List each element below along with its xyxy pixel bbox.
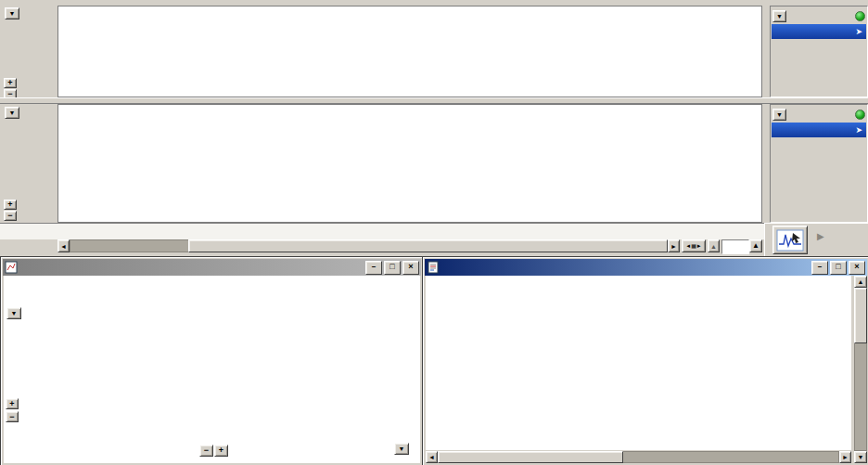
scroll-left-button[interactable]: ◄ [426,451,438,463]
poincare-xscale-minus-button[interactable]: − [199,445,213,457]
report-window-icon [427,261,440,274]
channel4-title-bar[interactable]: ➤ [772,123,866,137]
channel4-plot-area[interactable] [57,104,762,223]
arrow-left-icon: ◄ [60,243,67,250]
poincare-xaxis-dropdown[interactable]: ▼ [394,443,409,455]
scope-view-button[interactable] [772,226,808,254]
report-client [426,276,851,450]
channel4-scale-plus-button[interactable]: + [4,200,17,210]
chevron-down-icon: ▼ [9,10,16,17]
arrow-down-icon: ▼ [858,454,864,460]
close-icon[interactable]: × [849,261,865,275]
channel4-status-led-icon [855,110,865,120]
poincare-plot-window: – □ × ▼ + − − + ▼ [0,256,424,465]
maximize-icon[interactable]: □ [384,261,401,275]
channel2-pane: ▼ + − ▼ ➤ [0,6,868,97]
report-vscrollbar: ▲ ▼ [854,276,867,463]
poincare-yscale-minus-button[interactable]: − [6,411,19,422]
play-icon: ▶ [817,231,824,241]
channel2-panel: ▼ ➤ [770,6,868,97]
channel2-status-led-icon [855,11,865,21]
scroll-up-button[interactable]: ▲ [854,276,867,288]
scrollbar-thumb[interactable] [188,239,668,252]
triangle-up-small-icon: ▲ [710,243,717,250]
minimize-icon[interactable]: – [365,261,382,275]
close-icon[interactable]: × [402,261,419,275]
channel2-title-bar[interactable]: ➤ [772,24,866,39]
poincare-plot-client [4,276,420,463]
channel2-scale-plus-button[interactable]: + [4,78,17,88]
poincare-window-titlebar[interactable]: – □ × [3,259,421,276]
scroll-right-button[interactable]: ► [668,239,680,252]
fit-width-icon: ◄▦► [685,243,702,249]
channel2-collapse-button[interactable]: ▼ [5,7,19,19]
pane-splitter[interactable] [0,97,868,104]
channel4-right-tick-ruler [762,104,770,223]
channel2-axis-column: ▼ + − [0,6,57,97]
poincare-scatter-plot [4,276,420,463]
chevron-down-icon: ▼ [11,310,18,316]
start-button[interactable]: ▶ [817,231,829,241]
chevron-down-icon: ▼ [9,110,16,116]
report-window-titlebar[interactable]: – □ × [425,259,867,276]
poincare-xscale-plus-button[interactable]: + [214,445,228,457]
report-vscroll-thumb[interactable] [854,288,867,343]
expand-button[interactable]: ▲ [749,239,762,252]
chevron-down-icon: ▼ [776,13,783,19]
chevron-down-icon: ▼ [776,111,783,118]
channel4-axis-column: ▼ + − [0,104,57,223]
labchart-main-window: ▼ + − ▼ ➤ ▼ [0,0,868,465]
scroll-right-button[interactable]: ► [839,451,851,463]
arrow-left-icon: ◄ [428,454,435,460]
channel2-plot-area[interactable] [57,6,762,97]
arrow-right-icon: ► [842,454,849,460]
scroll-left-button[interactable]: ◄ [57,239,70,252]
channel4-sampling-dropdown[interactable]: ▼ [772,109,786,121]
compression-ratio-box[interactable] [721,239,749,254]
report-hscroll-thumb[interactable] [438,451,623,463]
triangle-up-icon: ▲ [752,242,760,250]
hrv-report-window: – □ × ◄ ► ▲ ▼ [422,256,868,465]
scope-chart-icon [776,229,804,252]
channel2-sampling-dropdown[interactable]: ▼ [772,10,786,22]
channel2-right-tick-ruler [762,6,770,97]
time-axis-ticks [57,224,770,240]
scroll-down-button[interactable]: ▼ [854,451,867,463]
channel2-arrow-icon: ➤ [855,27,862,36]
minimize-icon[interactable]: – [811,261,828,275]
channel4-panel: ▼ ➤ [770,104,868,223]
channel4-collapse-button[interactable]: ▼ [5,107,19,119]
horizontal-scroll-row: ◄ ► ◄▦► ▲ ▲ [57,239,770,252]
arrow-right-icon: ► [670,243,677,250]
zoom-fit-button[interactable]: ◄▦► [682,239,706,252]
maximize-icon[interactable]: □ [830,261,847,275]
channel4-arrow-icon: ➤ [855,125,862,135]
channel4-scale-minus-button[interactable]: − [4,211,17,221]
poincare-yaxis-dropdown[interactable]: ▼ [6,307,21,319]
compress-button[interactable]: ▲ [708,239,720,252]
channel4-pane: ▼ + − ▼ ➤ [0,104,868,223]
report-hscrollbar: ◄ ► [426,451,851,463]
poincare-window-icon [5,261,18,274]
chevron-down-icon: ▼ [399,446,405,452]
time-axis: ▼ [0,223,770,239]
acquisition-corner-panel: ▶ [764,223,868,256]
arrow-up-icon: ▲ [858,278,864,285]
poincare-yscale-plus-button[interactable]: + [6,398,19,409]
channel4-waveform [58,105,761,222]
channel2-waveform [58,6,761,97]
